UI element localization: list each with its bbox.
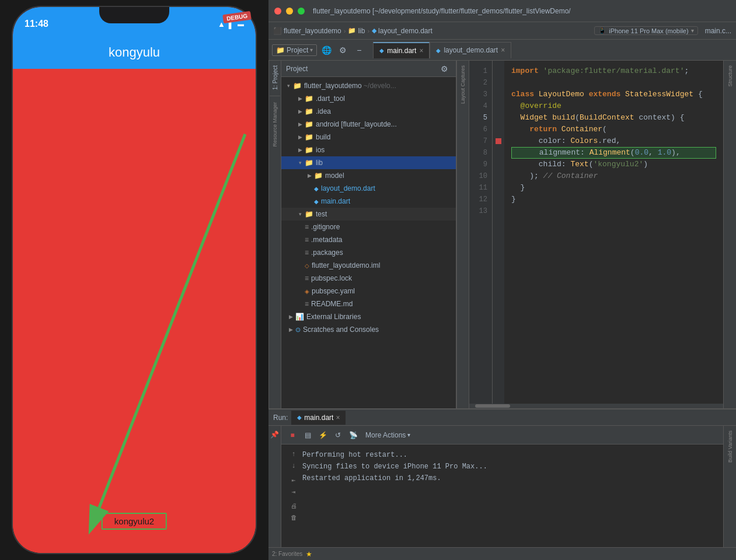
test-arrow: ▾ [295, 211, 305, 217]
line-numbers: 1 2 3 4 5 6 7 8 9 10 11 12 13 [469, 61, 493, 404]
left-side-strip: 1: Project Resource Manager [268, 61, 281, 408]
code-h-scrollbar[interactable] [469, 404, 723, 408]
android-icon: 📁 [305, 120, 313, 128]
tree-main-dart[interactable]: ◆ main.dart [281, 195, 456, 208]
tree-pubspec-lock[interactable]: ≡ pubspec.lock [281, 272, 456, 285]
tree-pubspec-yaml[interactable]: ◈ pubspec.yaml [281, 285, 456, 298]
code-scrollbar-thumb[interactable] [475, 404, 510, 408]
iml-label: flutter_layoutdemo.iml [312, 261, 380, 270]
tree-build[interactable]: ▶ 📁 build [281, 131, 456, 144]
settings-btn[interactable]: ⚙ [336, 43, 350, 57]
bottom-tab-main[interactable]: ◆ main.dart × [291, 411, 346, 425]
more-actions-arrow: ▾ [407, 432, 410, 438]
tree-model[interactable]: ▶ 📁 model [281, 169, 456, 182]
ios-arrow: ▶ [295, 147, 305, 153]
globe-btn[interactable]: 🌐 [319, 43, 333, 57]
code-line-10: ); // Container [511, 170, 716, 182]
tree-dart-tool[interactable]: ▶ 📁 .dart_tool [281, 92, 456, 105]
align-btn[interactable]: ⇥ [288, 487, 299, 497]
tree-external-libs[interactable]: ▶ 📊 External Libraries [281, 310, 456, 323]
ide-toolbar: 📁 Project ▾ 🌐 ⚙ − ◆ main.dart × ◆ layout… [268, 40, 736, 61]
layout-captures-label[interactable]: Layout Captures [459, 63, 467, 106]
tree-metadata[interactable]: ≡ .metadata [281, 233, 456, 246]
tree-idea[interactable]: ▶ 📁 .idea [281, 105, 456, 118]
tab-main-close[interactable]: × [419, 47, 423, 55]
code-line-11: } [511, 182, 716, 194]
console-log: ↑ ↓ ⇤ ⇥ 🖨 🗑 Performing hot restart... [281, 444, 723, 547]
code-line-13 [511, 205, 716, 217]
scroll-end-btn[interactable]: ⇤ [288, 475, 299, 485]
pubspec-yaml-icon: ◈ [305, 288, 309, 295]
tree-packages[interactable]: ≡ .packages [281, 246, 456, 259]
gutter-icons [493, 61, 504, 404]
tree-test[interactable]: ▾ 📁 test [281, 208, 456, 220]
test-icon: 📁 [305, 210, 313, 218]
test-label: test [316, 210, 327, 218]
console-line-1: Performing hot restart... [302, 449, 487, 461]
lightning-btn[interactable]: ⚡ [316, 429, 329, 442]
project-folder-icon: ⬛ [273, 27, 282, 35]
tree-lib[interactable]: ▾ 📁 lib [281, 156, 456, 169]
build-variants-label[interactable]: Build Variants [726, 428, 734, 465]
device-selector[interactable]: 📱 iPhone 11 Pro Max (mobile) ▾ [594, 26, 697, 35]
line-num-12: 12 [469, 194, 492, 205]
project-dropdown[interactable]: 📁 Project ▾ [272, 44, 317, 56]
line-num-6: 6 [469, 124, 492, 135]
readme-icon: ≡ [305, 300, 309, 308]
traffic-light-yellow[interactable] [286, 8, 293, 15]
tree-scratches[interactable]: ▶ ⊙ Scratches and Consoles [281, 323, 456, 336]
tab-layout-demo[interactable]: ◆ layout_demo.dart × [430, 42, 511, 58]
pubspec-yaml-label: pubspec.yaml [312, 287, 355, 295]
favorites-strip: 2: Favorites ★ [268, 547, 736, 560]
console-btn[interactable]: ▤ [301, 429, 314, 442]
phone-red-body: kongyulu2 [13, 69, 256, 553]
traffic-light-red[interactable] [274, 8, 281, 15]
run-file-label: main.dart [304, 414, 333, 422]
breakpoint-marker[interactable] [496, 138, 501, 144]
tree-root[interactable]: ▾ 📁 flutter_layoutdemo ~/develo... [281, 79, 456, 92]
tab-main-dart[interactable]: ◆ main.dart × [373, 42, 430, 58]
code-lines[interactable]: import 'package:flutter/material.dart'; … [504, 61, 723, 404]
code-line-12: } [511, 194, 716, 205]
project-title: Project [286, 65, 435, 73]
scroll-up-btn[interactable]: ↑ [288, 449, 299, 460]
lib-folder-icon: 📁 [348, 27, 356, 34]
ide-topbar: flutter_layoutdemo [~/development/study/… [268, 0, 736, 22]
tree-android[interactable]: ▶ 📁 android [flutter_layoutde... [281, 118, 456, 131]
print-btn[interactable]: 🖨 [288, 501, 299, 511]
breadcrumb-project[interactable]: ⬛ flutter_layoutdemo [273, 27, 341, 35]
pin-icon[interactable]: 📌 [270, 429, 280, 440]
tree-iml[interactable]: ◇ flutter_layoutdemo.iml [281, 259, 456, 272]
tree-readme[interactable]: ≡ README.md [281, 298, 456, 310]
device-icon: 📱 [598, 27, 606, 34]
gutter-2 [493, 77, 504, 89]
line-num-11: 11 [469, 182, 492, 194]
scroll-down-btn[interactable]: ↓ [288, 461, 299, 471]
scratches-icon: ⊙ [295, 326, 301, 334]
build-icon: 📁 [305, 133, 313, 141]
reload-btn[interactable]: ↺ [332, 429, 344, 442]
layout-dart-icon: ◆ [436, 47, 441, 54]
tree-gitignore[interactable]: ≡ .gitignore [281, 220, 456, 233]
project-strip-label[interactable]: 1: Project [271, 63, 280, 92]
phone-notch [99, 7, 169, 23]
broadcast-btn[interactable]: 📡 [347, 429, 360, 442]
phone-time: 11:48 [25, 14, 48, 29]
minus-btn[interactable]: − [352, 43, 366, 57]
tab-layout-close[interactable]: × [501, 46, 505, 54]
structure-strip-label[interactable]: Structure [726, 63, 734, 89]
tree-ios[interactable]: ▶ 📁 ios [281, 144, 456, 156]
tree-layout-dart[interactable]: ◆ layout_demo.dart [281, 182, 456, 195]
breadcrumb-lib[interactable]: 📁 lib [348, 27, 365, 35]
breadcrumb-file[interactable]: ◆ layout_demo.dart [372, 27, 432, 35]
trash-btn[interactable]: 🗑 [288, 512, 299, 523]
favorites-label[interactable]: 2: Favorites [272, 551, 302, 557]
stop-btn[interactable]: ■ [286, 429, 299, 442]
traffic-light-green[interactable] [298, 8, 305, 15]
more-actions-button[interactable]: More Actions ▾ [362, 430, 414, 440]
project-settings-icon[interactable]: ⚙ [437, 62, 451, 76]
resource-manager-label[interactable]: Resource Manager [271, 100, 279, 149]
ide-breadcrumb: ⬛ flutter_layoutdemo › 📁 lib › ◆ layout_… [268, 22, 736, 40]
run-tab-close[interactable]: × [336, 414, 340, 422]
model-icon: 📁 [314, 172, 323, 180]
